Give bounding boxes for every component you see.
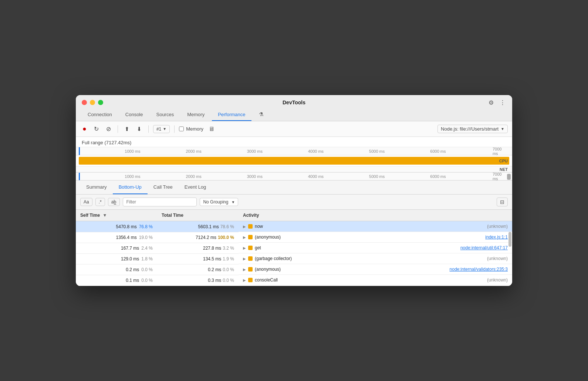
table-row[interactable]: 5470.8 ms76.8 %5603.1 ms78.6 %▶now(unkno… (76, 221, 512, 232)
ruler-left-indicator (79, 147, 80, 155)
cell-total-time: 227.8 ms3.2 % (157, 243, 239, 253)
flame-chart-button[interactable]: 🖥 (206, 124, 217, 134)
ruler-tick-2000: 2000 ms (186, 149, 201, 154)
cpu-label: CPU (499, 159, 508, 163)
memory-checkbox-input[interactable] (179, 127, 184, 131)
activity-name: consoleCall (255, 277, 278, 283)
download-button[interactable]: ⬇ (135, 124, 144, 134)
activity-source: (unknown) (487, 224, 508, 229)
close-button[interactable] (82, 100, 87, 105)
filter-input[interactable] (123, 198, 197, 206)
tab-bar: Connection Console Sources Memory Perfor… (82, 108, 506, 121)
cell-activity: ▶now(unknown) (239, 221, 512, 232)
reload-button[interactable]: ↻ (92, 124, 101, 134)
table-row[interactable]: 129.0 ms1.8 %134.5 ms1.9 %▶(garbage coll… (76, 253, 512, 264)
activity-source[interactable]: node:internal/validators:235:3 (450, 267, 508, 272)
recording-dropdown-icon: ▼ (163, 127, 166, 131)
devtools-window: DevTools ⚙ ⋮ Connection Console Sources … (76, 95, 512, 286)
minimize-button[interactable] (90, 100, 95, 105)
activity-name: (anonymous) (255, 267, 281, 272)
title-actions: ⚙ ⋮ (488, 98, 506, 107)
tab-console[interactable]: Console (119, 109, 149, 121)
expand-arrow-icon[interactable]: ▶ (243, 235, 246, 239)
table-wrapper: Self Time ▼ Total Time Activity 5470.8 m… (76, 210, 512, 286)
ruler-tick-6000: 6000 ms (430, 149, 446, 154)
activity-source[interactable]: node:internal/util:647:17 (460, 245, 508, 250)
timeline-scrollbar[interactable] (507, 174, 511, 180)
recording-id: #1 (156, 127, 161, 132)
whole-word-button[interactable]: ab̲ (108, 198, 120, 206)
total-time-pct: 0.0 % (223, 278, 234, 283)
activity-source[interactable]: index.js:1:1 (485, 235, 508, 240)
tab-connection[interactable]: Connection (82, 109, 118, 121)
col-activity: Activity (239, 210, 512, 221)
ruler-tick-b-1000: 1000 ms (125, 174, 140, 179)
timeline-ruler-top: 1000 ms 2000 ms 3000 ms 4000 ms 5000 ms … (76, 147, 512, 155)
maximize-button[interactable] (98, 100, 103, 105)
ruler-tick-3000: 3000 ms (247, 149, 263, 154)
cell-total-time: 0.3 ms0.0 % (157, 275, 239, 286)
toolbar-divider-2 (148, 125, 149, 133)
activity-name: now (255, 224, 263, 229)
grouping-select[interactable]: No Grouping ▼ (200, 198, 238, 206)
total-time-value: 0.2 ms (208, 267, 221, 272)
activity-color-icon (248, 256, 253, 261)
table-scrollbar[interactable] (508, 232, 511, 247)
ruler-tick-b-5000: 5000 ms (369, 174, 385, 179)
case-sensitive-button[interactable]: Aa (80, 198, 92, 206)
expand-arrow-icon[interactable]: ▶ (243, 267, 246, 272)
cell-total-time: 5603.1 ms78.6 % (157, 221, 239, 232)
activity-name: (anonymous) (255, 235, 281, 240)
tab-memory[interactable]: Memory (181, 109, 210, 121)
tab-experiment[interactable]: ⚗ (253, 108, 270, 121)
node-selector[interactable]: Node.js: file:///Users/stmart ▼ (437, 125, 508, 133)
expand-arrow-icon[interactable]: ▶ (243, 278, 246, 282)
total-time-pct: 3.2 % (223, 246, 234, 251)
ruler-tick-5000: 5000 ms (369, 149, 385, 154)
table-row[interactable]: 0.2 ms0.0 %0.2 ms0.0 %▶(anonymous)node:i… (76, 264, 512, 275)
ruler-tick-b-4000: 4000 ms (308, 174, 324, 179)
more-button[interactable]: ⋮ (499, 98, 506, 107)
self-time-value: 1356.4 ms (116, 235, 137, 240)
tab-event-log[interactable]: Event Log (179, 181, 212, 194)
tab-sources[interactable]: Sources (150, 109, 180, 121)
cell-self-time: 0.2 ms0.0 % (76, 264, 157, 275)
total-time-value: 227.8 ms (203, 246, 221, 251)
cell-activity: ▶consoleCall(unknown) (239, 275, 512, 286)
data-table: Self Time ▼ Total Time Activity 5470.8 m… (76, 210, 512, 286)
cell-self-time: 129.0 ms1.8 % (76, 253, 157, 264)
self-time-pct: 0.0 % (141, 267, 153, 272)
table-row[interactable]: 167.7 ms2.4 %227.8 ms3.2 %▶getnode:inter… (76, 243, 512, 253)
settings-button[interactable]: ⚙ (488, 98, 494, 107)
self-time-value: 5470.8 ms (116, 224, 137, 229)
expand-arrow-icon[interactable]: ▶ (243, 246, 246, 250)
clear-button[interactable]: ⊘ (104, 124, 113, 134)
upload-button[interactable]: ⬆ (122, 124, 132, 134)
cell-total-time: 0.2 ms0.0 % (157, 264, 239, 275)
window-title: DevTools (283, 100, 305, 105)
tab-call-tree[interactable]: Call Tree (148, 181, 179, 194)
table-row[interactable]: 0.1 ms0.0 %0.3 ms0.0 %▶consoleCall(unkno… (76, 275, 512, 286)
col-self-time[interactable]: Self Time ▼ (76, 210, 157, 221)
panel-toggle-button[interactable]: ⊟ (497, 198, 508, 206)
memory-checkbox-label[interactable]: Memory (179, 126, 203, 132)
recording-badge[interactable]: #1 ▼ (153, 125, 170, 133)
table-row[interactable]: 1356.4 ms19.0 %7124.2 ms100.0 %▶(anonymo… (76, 232, 512, 243)
ruler-tick-b-6000: 6000 ms (430, 174, 446, 179)
tab-summary[interactable]: Summary (80, 181, 113, 194)
self-time-value: 167.7 ms (121, 246, 139, 251)
cpu-bar (79, 157, 509, 165)
tab-bottom-up[interactable]: Bottom-Up (113, 181, 148, 194)
regex-button[interactable]: .* (95, 198, 105, 206)
expand-arrow-icon[interactable]: ▶ (243, 257, 246, 261)
record-button[interactable]: ● (80, 124, 89, 134)
ruler-tick-b-2000: 2000 ms (186, 174, 201, 179)
tab-performance[interactable]: Performance (212, 109, 251, 121)
cell-activity: ▶(garbage collector)(unknown) (239, 253, 512, 264)
expand-arrow-icon[interactable]: ▶ (243, 225, 246, 229)
ruler-tick-b-7000: 7000 ms (493, 172, 506, 181)
ruler-tick-4000: 4000 ms (308, 149, 324, 154)
self-time-value: 129.0 ms (121, 256, 139, 262)
toolbar: ● ↻ ⊘ ⬆ ⬇ #1 ▼ Memory 🖥 Node.js: file://… (76, 121, 512, 137)
filter-bar: Aa .* ab̲ No Grouping ▼ ⊟ (76, 195, 512, 210)
